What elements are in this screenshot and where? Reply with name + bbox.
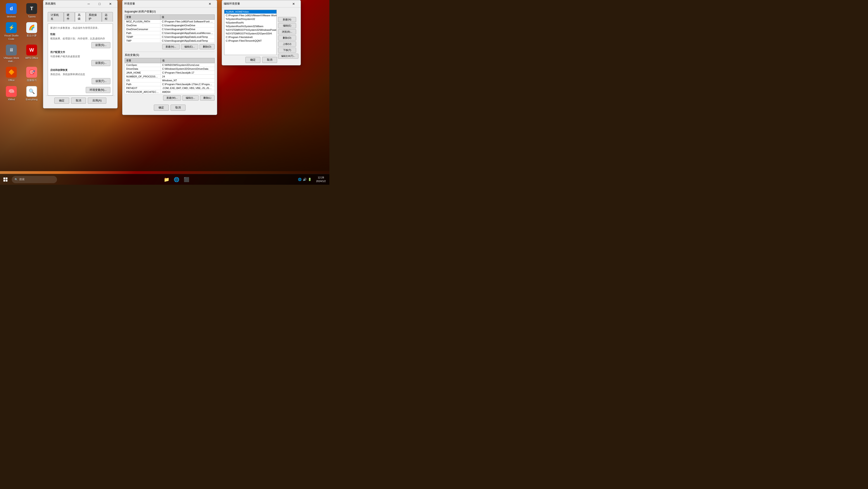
envvars-bottom-btns: 确定 取消 <box>125 103 215 113</box>
envvars-window: 环境变量 ✕ liuguanglei 的用户变量(U) 变量 值 MOZ_PLU <box>122 0 217 115</box>
user-var-row[interactable]: OneDriveConsumerC:\Users\liuguanglei\One… <box>125 27 215 31</box>
editenv-controls: ✕ <box>288 0 299 7</box>
sysprops-maximize[interactable]: □ <box>94 0 105 7</box>
user-vars-title: liuguanglei 的用户变量(U) <box>125 10 215 13</box>
envvars-close[interactable]: ✕ <box>205 0 215 7</box>
tab-advanced[interactable]: 高级 <box>75 12 86 22</box>
sysprops-ok-btn[interactable]: 确定 <box>54 97 69 104</box>
editenv-down-btn[interactable]: 下移(T) <box>278 48 296 53</box>
system-var-row[interactable]: DriverDataC:\Windows\System32\Drivers\Dr… <box>125 67 215 71</box>
sysprops-close[interactable]: ✕ <box>105 0 116 7</box>
editenv-ok-btn[interactable]: 确定 <box>245 57 260 63</box>
clock-date: 2024/1/2 <box>316 179 326 183</box>
editenv-list-item[interactable]: %SYSTEMROOT%\System32\WindowsPowerShell\… <box>224 28 276 32</box>
taskbar-app-browser[interactable]: 🌐 <box>172 175 181 184</box>
desktop-icon-deskwio[interactable]: d deskwio <box>2 2 20 19</box>
taskbar-app-file-manager[interactable]: 📁 <box>162 175 171 184</box>
editenv-close[interactable]: ✕ <box>288 0 299 7</box>
windows-logo-icon <box>3 177 8 182</box>
editenv-delete-btn[interactable]: 删除(D) <box>278 35 296 40</box>
editenv-cancel-btn[interactable]: 取消 <box>262 57 277 63</box>
performance-settings-btn[interactable]: 设置(S)... <box>91 42 111 48</box>
env-vars-btn[interactable]: 环境变量(N)... <box>86 87 111 93</box>
editenv-list-item[interactable]: C:\Program Files (x86)\VMware\VMware Wor… <box>224 13 276 17</box>
system-new-btn[interactable]: 新建(W)... <box>163 95 181 100</box>
network-icon[interactable]: 🌐 <box>298 178 302 181</box>
envvars-titlebar: 环境变量 ✕ <box>122 0 217 7</box>
editenv-list-item[interactable]: %SystemRoot%\System32\Wbem <box>224 24 276 28</box>
system-edit-btn[interactable]: 编辑(I)... <box>182 95 198 100</box>
performance-desc: 视觉效果、处理器计划、内存使用，以及虚拟内存 <box>50 37 111 40</box>
svg-rect-2 <box>3 180 5 181</box>
envvars-ok-btn[interactable]: 确定 <box>154 105 169 111</box>
desktop: d deskwio T Typora ⚡ Visual Studio Code … <box>0 0 329 185</box>
editenv-right-btns: 新建(N) 编辑(E) 浏览(B)... 删除(D) 上移(U) 下移(T) 编… <box>278 17 299 59</box>
desktop-icon-lianxi[interactable]: 🎯 连接练习 <box>23 66 41 83</box>
user-var-row[interactable]: MOZ_PLUGIN_PATHC:\Program Files (x86)\Fo… <box>125 20 215 24</box>
desktop-icon-xmind[interactable]: 🧠 XMind <box>2 85 20 102</box>
battery-icon[interactable]: 🔋 <box>308 178 311 181</box>
tab-computer-name[interactable]: 计算机名 <box>48 12 64 22</box>
editenv-titlebar: 编辑环境变量 ✕ <box>222 0 301 7</box>
system-delete-btn[interactable]: 删除(L) <box>200 95 215 100</box>
envvars-title: 环境变量 <box>124 2 205 6</box>
user-delete-btn[interactable]: 删除(D) <box>199 44 215 49</box>
editenv-edit-btn[interactable]: 编辑(E) <box>278 23 296 28</box>
sysprops-apply-btn[interactable]: 应用(A) <box>88 97 106 104</box>
envvars-cancel-btn[interactable]: 取消 <box>170 105 186 111</box>
editenv-new-btn[interactable]: 新建(N) <box>278 17 296 22</box>
startup-recovery-title: 启动和故障恢复 <box>50 68 111 72</box>
system-var-row[interactable]: NUMBER_OF_PROCESSORS24 <box>125 75 215 79</box>
tab-remote[interactable]: 远程 <box>102 12 113 22</box>
sysprops-cancel-btn[interactable]: 取消 <box>71 97 86 104</box>
user-var-row[interactable]: PathC:\Users\liuguanglei\AppData\Local\M… <box>125 31 215 35</box>
start-button[interactable] <box>0 174 11 185</box>
desktop-icon-vmware[interactable]: 🖥 VMware Workstati... <box>2 44 20 64</box>
startup-recovery-settings-btn[interactable]: 设置(T)... <box>92 78 111 84</box>
editenv-list-item[interactable]: %SystemRoot% <box>224 21 276 24</box>
user-vars-col-value: 值 <box>160 15 215 20</box>
user-profile-group: 用户配置文件 与登录帐户相关的桌面设置 设置(E)... <box>50 51 111 66</box>
volume-icon[interactable]: 🔊 <box>303 178 307 181</box>
user-profile-title: 用户配置文件 <box>50 51 111 54</box>
editenv-list-item[interactable]: %JAVA_HOME%\bin <box>224 10 276 13</box>
editenv-list-item[interactable]: %SystemRoot%\system32 <box>224 17 276 21</box>
tab-hardware[interactable]: 硬件 <box>64 12 75 22</box>
editenv-list-item[interactable]: C:\Program Files\dotnet\ <box>224 35 276 39</box>
desktop-icon-office[interactable]: 🔶 Office <box>2 66 20 83</box>
editenv-list-item[interactable]: C:\Program Files\Tencent\QQNT <box>224 39 276 42</box>
desktop-icon-vscode[interactable]: ⚡ Visual Studio Code <box>2 21 20 41</box>
user-edit-btn[interactable]: 编辑(E)... <box>181 44 198 49</box>
user-var-row[interactable]: TMPC:\Users\liuguanglei\AppData\Local\Te… <box>125 39 215 43</box>
tab-system-protection[interactable]: 系统保护 <box>86 12 102 22</box>
editenv-list-item[interactable]: %SYSTEMROOT%\System32\OpenSSH\ <box>224 32 276 35</box>
user-var-row[interactable]: OneDriveC:\Users\liuguanglei\OneDrive <box>125 24 215 27</box>
taskbar-system-icons: 🌐 🔊 🔋 <box>296 178 313 181</box>
desktop-icon-typora[interactable]: T Typora <box>23 2 41 19</box>
sysprops-minimize[interactable]: ─ <box>84 0 94 7</box>
system-var-row[interactable]: PATHEXT.COM;.EXE;.BAT;.CMD;.VBS;.VBE;.JS… <box>125 86 215 90</box>
desktop-icon-caiyun[interactable]: 🌈 彩云小梦 <box>23 21 41 41</box>
svg-rect-0 <box>3 177 5 179</box>
system-var-row[interactable]: ComSpecC:\WINDOWS\system32\cmd.exe <box>125 63 215 67</box>
desktop-icon-everything[interactable]: 🔍 Everything <box>23 85 41 102</box>
editenv-list[interactable]: %JAVA_HOME%\binC:\Program Files (x86)\VM… <box>224 10 277 55</box>
editenv-edittext-btn[interactable]: 编辑文本(T)... <box>278 54 299 59</box>
user-new-btn[interactable]: 新建(N)... <box>162 44 179 49</box>
taskbar-app-terminal[interactable]: ⬛ <box>182 175 191 184</box>
envvars-controls: ✕ <box>205 0 215 7</box>
taskbar-clock[interactable]: 12:28 2024/1/2 <box>314 176 328 183</box>
editenv-browse-btn[interactable]: 浏览(B)... <box>278 29 296 34</box>
desktop-icon-wps[interactable]: W WPS Office <box>23 44 41 64</box>
system-var-row[interactable]: PROCESSOR_ARCHITECTUREAMD64 <box>125 90 215 94</box>
svg-rect-3 <box>6 180 7 181</box>
system-var-row[interactable]: OSWindows_NT <box>125 79 215 82</box>
system-var-row[interactable]: JAVA_HOMEC:\Program Files\Java\jdk-17 <box>125 71 215 75</box>
system-vars-table: 变量 值 ComSpecC:\WINDOWS\system32\cmd.exeD… <box>125 58 215 94</box>
user-var-row[interactable]: TEMPC:\Users\liuguanglei\AppData\Local\T… <box>125 35 215 39</box>
system-var-row[interactable]: PathC:\Program Files\Java\jdk-17\bin;C:\… <box>125 82 215 86</box>
user-vars-btns: 新建(N)... 编辑(E)... 删除(D) <box>125 44 215 49</box>
taskbar-search[interactable]: 🔍 搜索 <box>12 176 57 183</box>
editenv-up-btn[interactable]: 上移(U) <box>278 41 296 47</box>
user-profile-settings-btn[interactable]: 设置(E)... <box>91 60 111 66</box>
